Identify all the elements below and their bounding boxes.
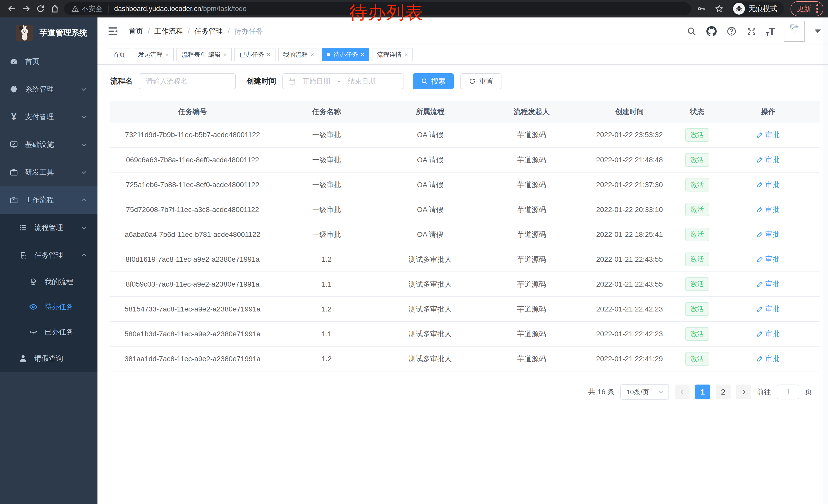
chevron-up-icon — [81, 197, 87, 203]
breadcrumb-home[interactable]: 首页 — [129, 27, 143, 36]
sidebar-item-label: 基础设施 — [25, 140, 54, 149]
fullscreen-button[interactable] — [746, 26, 757, 37]
status-badge: 激活 — [685, 352, 709, 366]
approve-button[interactable]: 审批 — [757, 155, 780, 165]
pagination: 共 16 条 10条/页 1 2 前往 页 — [110, 384, 812, 400]
process-name-input[interactable] — [139, 73, 236, 89]
tab-done-tasks[interactable]: 已办任务× — [235, 48, 276, 61]
sidebar-item-done-tasks[interactable]: 已办任务 — [0, 319, 97, 345]
breadcrumb-current: 待办任务 — [234, 27, 263, 36]
status-badge: 激活 — [685, 128, 709, 142]
sidebar-item-task-mgmt[interactable]: 任务管理 — [0, 241, 97, 269]
next-page-button[interactable] — [736, 384, 751, 400]
sidebar-item-todo-tasks[interactable]: 待办任务 — [0, 294, 97, 319]
sidebar-collapse-button[interactable] — [107, 26, 119, 37]
approve-button[interactable]: 审批 — [757, 354, 780, 364]
approve-label: 审批 — [765, 279, 780, 289]
sidebar-item-home[interactable]: 首页 — [0, 48, 97, 75]
approve-label: 审批 — [765, 229, 780, 239]
tab-home[interactable]: 首页 — [108, 48, 130, 61]
close-icon[interactable]: × — [310, 51, 314, 58]
close-icon[interactable]: × — [361, 51, 364, 58]
tab-start-process[interactable]: 发起流程× — [133, 48, 174, 61]
bookmark-star-button[interactable] — [714, 3, 725, 14]
page-2-button[interactable]: 2 — [716, 384, 731, 400]
cell-task-id: 580e1b3d-7ac8-11ec-a9e2-a2380e71991a — [110, 321, 275, 346]
breadcrumb-task-mgmt[interactable]: 任务管理 — [195, 27, 223, 36]
approve-button[interactable]: 审批 — [757, 229, 780, 239]
incognito-label: 无痕模式 — [748, 4, 777, 13]
col-actions: 操作 — [717, 101, 820, 123]
cell-process: OA 请假 — [378, 172, 482, 197]
end-date-input[interactable] — [341, 78, 382, 85]
browser-home-button[interactable] — [48, 2, 62, 16]
approve-button[interactable]: 审批 — [757, 279, 780, 289]
approve-button[interactable]: 审批 — [757, 254, 780, 264]
status-badge: 激活 — [685, 327, 709, 341]
sidebar-item-infrastructure[interactable]: 基础设施 — [0, 131, 97, 158]
forward-icon — [22, 4, 31, 13]
approve-button[interactable]: 审批 — [757, 329, 780, 339]
breadcrumb-workflow[interactable]: 工作流程 — [155, 27, 183, 36]
app-logo-row[interactable]: 芋道管理系统 — [0, 17, 97, 48]
sidebar-item-devtools[interactable]: 研发工具 — [0, 158, 97, 186]
chevron-down-icon — [81, 224, 87, 231]
search-icon — [687, 27, 696, 36]
tab-form-edit[interactable]: 流程表单-编辑× — [176, 48, 232, 61]
password-key-button[interactable] — [696, 3, 707, 14]
tab-label: 流程表单-编辑 — [181, 50, 220, 59]
close-icon[interactable]: × — [404, 51, 408, 58]
sidebar-item-system[interactable]: 系统管理 — [0, 75, 97, 103]
close-icon[interactable]: × — [223, 51, 227, 58]
status-badge: 激活 — [685, 253, 709, 266]
browser-update-menu-button[interactable]: 更新 — [791, 1, 823, 16]
font-size-icon: т — [766, 30, 769, 37]
key-icon — [697, 4, 706, 13]
approve-button[interactable]: 审批 — [757, 204, 780, 214]
date-range-picker[interactable]: - — [282, 73, 404, 89]
tab-todo-tasks[interactable]: 待办任务× — [322, 48, 369, 61]
sidebar-item-process-mgmt[interactable]: 流程管理 — [0, 214, 97, 241]
reset-button[interactable]: 重置 — [460, 73, 501, 89]
sidebar-item-label: 流程管理 — [34, 223, 63, 232]
sidebar-item-label: 首页 — [25, 57, 40, 66]
font-size-button[interactable]: тT — [766, 26, 775, 37]
browser-reload-button[interactable] — [33, 2, 48, 16]
cell-task-id: 8f059c03-7ac8-11ec-a9e2-a2380e71991a — [110, 272, 275, 296]
sidebar-item-my-process[interactable]: 我的流程 — [0, 269, 97, 294]
prev-page-button[interactable] — [675, 384, 690, 400]
table-row: 8f059c03-7ac8-11ec-a9e2-a2380e71991a 1.1… — [110, 272, 820, 296]
browser-forward-button[interactable] — [19, 2, 33, 16]
breadcrumb-separator: / — [228, 27, 230, 35]
page-1-button[interactable]: 1 — [695, 384, 710, 400]
cell-initiator: 芋道源码 — [482, 147, 581, 172]
sidebar-spacer — [0, 372, 97, 504]
avatar-caret-down-icon[interactable] — [815, 30, 821, 33]
close-icon[interactable]: × — [165, 51, 169, 58]
approve-button[interactable]: 审批 — [757, 130, 780, 140]
scrollbar-track[interactable] — [823, 18, 828, 504]
sidebar-item-payment[interactable]: ¥ 支付管理 — [0, 103, 97, 131]
approve-button[interactable]: 审批 — [757, 304, 780, 314]
header-search-button[interactable] — [686, 26, 697, 37]
close-icon[interactable]: × — [267, 51, 271, 58]
cell-task-name: 1.2 — [275, 247, 378, 272]
tab-my-process[interactable]: 我的流程× — [278, 48, 319, 61]
browser-back-button[interactable] — [5, 2, 19, 16]
site-security[interactable]: 不安全 — [71, 4, 102, 13]
approve-button[interactable]: 审批 — [757, 180, 780, 189]
goto-page-input[interactable] — [777, 384, 799, 400]
cell-process: 测试多审批人 — [378, 272, 482, 296]
page-size-select[interactable]: 10条/页 — [620, 384, 669, 400]
sidebar-item-workflow[interactable]: 工作流程 — [0, 186, 97, 214]
chevron-down-icon — [81, 141, 87, 148]
help-button[interactable] — [726, 26, 737, 37]
tab-process-detail[interactable]: 流程详情× — [372, 48, 413, 61]
avatar[interactable] — [784, 21, 805, 42]
col-process: 所属流程 — [378, 101, 482, 123]
start-date-input[interactable] — [296, 78, 337, 85]
search-button[interactable]: 搜索 — [413, 73, 454, 89]
sidebar-item-leave-query[interactable]: 请假查询 — [0, 345, 97, 372]
github-link-button[interactable] — [706, 26, 717, 37]
cell-initiator: 芋道源码 — [482, 247, 581, 272]
